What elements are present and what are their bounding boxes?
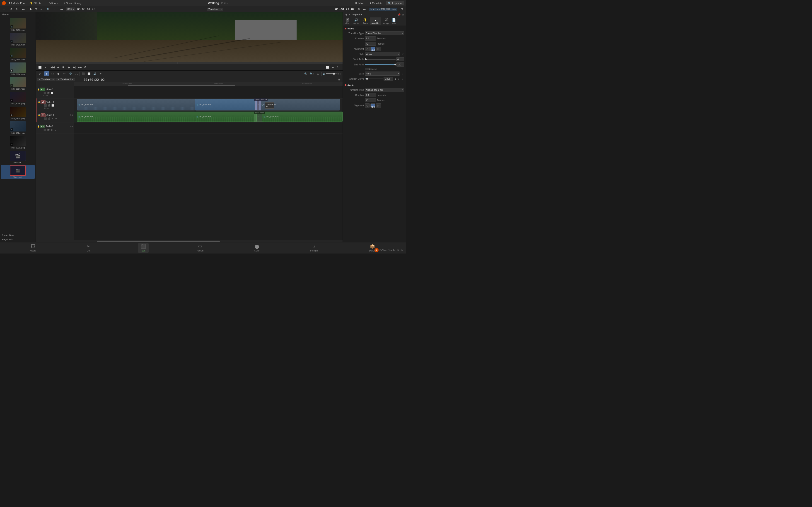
timeline-selector[interactable]: Timeline 1 ▾ [207, 8, 223, 11]
scrubber-bar[interactable] [36, 62, 343, 64]
ease-select[interactable]: None [365, 71, 400, 75]
tab-file[interactable]: 📄 File [391, 17, 397, 25]
audio-align-left[interactable]: ◁| [365, 103, 370, 108]
sort-btn[interactable]: ↕ [52, 7, 57, 12]
ripple-trim-btn[interactable]: ⬢ [56, 71, 61, 76]
curve-reset-btn[interactable]: ↺ [401, 77, 404, 80]
audio-btn[interactable]: 🔊 [92, 71, 97, 76]
metadata-nav[interactable]: ℹ Metadata [368, 1, 384, 5]
inspector-pin-btn[interactable]: 📌 [398, 13, 401, 16]
a1-clip-2[interactable]: 📎 IMG_0395.mov [195, 112, 257, 122]
tab-audio[interactable]: 🔊 Audio [352, 17, 360, 25]
v2-track-row[interactable] [74, 86, 343, 99]
track-m-a1[interactable]: M [55, 117, 58, 120]
track-auto-color-v2[interactable]: ⬛ [43, 91, 46, 94]
stop-btn[interactable]: ⏹ [61, 65, 66, 69]
tab-transition[interactable]: ⬥ Transition [370, 17, 381, 25]
media-item[interactable]: 🖼 IMG_8200.jpeg [1, 135, 35, 150]
a1-track-row[interactable]: 📎 IMG_0395.mov 📎 IMG_0395.mov ≈ Cross Fa… [74, 111, 343, 122]
track-lock-v2[interactable]: 🔓 [37, 88, 39, 91]
track-lock-v1[interactable]: 🔓 [38, 100, 40, 104]
v1-clip-2[interactable]: 📎 IMG_0395.mov [195, 99, 257, 110]
panel-close-btn[interactable]: ⊞ [399, 7, 404, 12]
viewer-mode-btn[interactable]: ⬜ [325, 65, 330, 69]
align-center-btn[interactable]: |◁▷| [370, 47, 375, 51]
inspector-nav[interactable]: 🔍 Inspector [386, 1, 404, 5]
end-ratio-slider[interactable] [365, 63, 396, 66]
frames-input[interactable] [365, 42, 376, 46]
sound-library-nav[interactable]: ♪ Sound Library [62, 1, 83, 5]
effects-nav[interactable]: ✨ Effects [28, 1, 43, 5]
audio-transition-select[interactable]: Audio Fade 0 dB [365, 88, 404, 92]
timeline2-tab[interactable]: ✕ Timeline 2 ▾ [56, 78, 75, 81]
track-vid-a2[interactable]: 🎬 [47, 128, 50, 131]
reverse-checkbox[interactable] [365, 68, 367, 70]
curve-input[interactable] [384, 77, 393, 81]
prev-frame-btn[interactable]: ◀ [56, 65, 60, 69]
inspector-next-btn[interactable]: ▶ [348, 13, 351, 16]
zoom-out-btn[interactable]: 🔍- [304, 71, 309, 76]
more-options-btn[interactable]: ••• [59, 7, 64, 12]
nav-cut[interactable]: ✂ Cut [84, 243, 93, 253]
nav-edit[interactable]: ⬛ Edit [138, 243, 149, 253]
trim-tool-btn[interactable]: ⬡ [50, 71, 55, 76]
timeline1-item[interactable]: 🎬 Timeline 1 [1, 150, 35, 164]
vol-down-btn[interactable]: ▾ [98, 71, 103, 76]
media-item[interactable]: 🖼 IMG_0994.jpeg [1, 62, 35, 76]
media-item[interactable]: 🎵 IMG_0406.mov [1, 18, 35, 32]
clip-frame-down[interactable]: ▾ [43, 65, 48, 69]
a1-clip-3[interactable]: 📎 IMG_0408.mov [262, 112, 343, 122]
next-clip-btn[interactable]: ▶▶ [78, 65, 82, 69]
flag-btn[interactable]: ⛶ [73, 71, 79, 76]
timeline-settings-btn[interactable]: ⚙ [37, 71, 42, 76]
snap-btn[interactable]: ⬛ [81, 71, 86, 76]
track-lock-a1[interactable]: 🔓 [38, 113, 40, 117]
curve-slider[interactable] [365, 77, 383, 80]
add-timeline-tab[interactable]: + [75, 78, 79, 81]
track-video-v2[interactable]: 🎬 [47, 91, 50, 94]
v1-clip-1[interactable]: 📎 IMG_0395.mov [77, 99, 195, 110]
style-reset-btn[interactable]: ↺ [401, 52, 404, 56]
scroll-handle[interactable] [97, 241, 220, 242]
timeline-layout-btn[interactable]: ⊟ [337, 77, 342, 82]
media-item[interactable]: 🖼 IMG_1938.jpeg [1, 92, 35, 105]
track-badge-a2[interactable]: A2 [40, 125, 45, 128]
nav-media[interactable]: 🎞 Media [27, 243, 39, 253]
track-s-a2[interactable]: S [50, 128, 53, 131]
audio-align-right[interactable]: |▷ [376, 103, 381, 108]
edit-index-nav[interactable]: ☰ Edit Index [43, 1, 61, 5]
nav-fairlight[interactable]: ♪ Fairlight [308, 243, 321, 253]
timeline-scrollbar[interactable] [36, 240, 343, 242]
inspector-prev-btn[interactable]: ◀ [345, 13, 347, 16]
transition-type-select[interactable]: Cross Dissolve [365, 31, 404, 35]
track-lock-a2[interactable]: 🔓 [37, 125, 39, 128]
mixer-nav[interactable]: 🎚 Mixer [353, 1, 366, 5]
timeline2-item[interactable]: 🎬 Timeline 2 [1, 165, 35, 179]
audio-align-center[interactable]: |◁▷| [370, 103, 375, 108]
extra-btn[interactable]: ••• [362, 7, 367, 12]
tab-video[interactable]: 🎬 Video [344, 17, 352, 25]
media-item[interactable]: 🎵 IMG_0764.mov [1, 47, 35, 61]
media-item[interactable]: 🖼 IMG_4180.jpeg [1, 106, 35, 120]
fullscreen-btn[interactable]: ⛶ [336, 65, 341, 69]
media-item[interactable]: 🎵 IMG_0408.mov [1, 33, 35, 46]
track-audio-v2[interactable]: ⬜ [50, 91, 53, 94]
track-auto-a1[interactable]: ⬛ [44, 117, 47, 120]
clip-frame-selector[interactable]: ⬜ [38, 65, 42, 69]
curve-right-btn[interactable]: ▶ [397, 77, 400, 80]
nav-fusion[interactable]: ⬡ Fusion [194, 243, 206, 253]
play-btn[interactable]: ▶ [67, 65, 71, 69]
media-item[interactable]: 🖼 IMG_0997.heic [1, 77, 35, 91]
skip-end-btn[interactable]: ⏭ [331, 65, 335, 69]
end-ratio-input[interactable] [396, 62, 404, 66]
clip-mode-btn[interactable]: ⬜ [87, 71, 92, 76]
track-badge-v2[interactable]: V2 [40, 88, 45, 91]
track-auto-color-v1[interactable]: ⬛ [44, 104, 47, 107]
prev-clip-btn[interactable]: ◀◀ [50, 65, 55, 69]
track-m-a2[interactable]: M [54, 128, 57, 131]
tab-image[interactable]: 🖼 Image [382, 17, 390, 25]
style-select[interactable]: Video [365, 52, 400, 56]
settings-btn[interactable]: ⚙ [356, 7, 361, 12]
track-audio-v1[interactable]: ⬜ [51, 104, 54, 107]
select-tool-btn[interactable]: ⬆ [44, 71, 49, 76]
